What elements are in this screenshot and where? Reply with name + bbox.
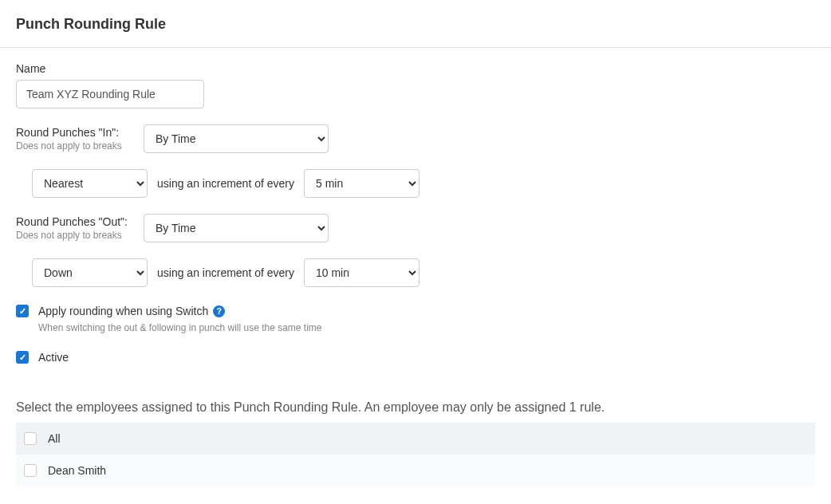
active-checkbox[interactable]: ✓ xyxy=(16,351,29,364)
switch-checkbox[interactable]: ✓ xyxy=(16,305,29,317)
employees-intro: Select the employees assigned to this Pu… xyxy=(16,400,815,415)
form-container: Name Round Punches "In": Does not apply … xyxy=(0,48,831,486)
employees-all-label: All xyxy=(48,432,61,445)
round-in-mode-select[interactable]: By Time xyxy=(144,124,329,153)
switch-checkbox-label: Apply rounding when using Switch xyxy=(38,305,208,317)
round-out-increment-select[interactable]: 10 min xyxy=(304,258,419,287)
round-out-increment-text: using an increment of every xyxy=(157,266,294,279)
switch-checkbox-row: ✓ Apply rounding when using Switch ? xyxy=(16,305,815,317)
round-out-direction-select[interactable]: Down xyxy=(32,258,148,287)
round-in-row: Round Punches "In": Does not apply to br… xyxy=(16,124,815,153)
switch-label-line: Apply rounding when using Switch ? xyxy=(38,305,225,317)
round-in-increment-text: using an increment of every xyxy=(157,177,294,190)
round-out-label: Round Punches "Out": xyxy=(16,215,134,228)
active-checkbox-row: ✓ Active xyxy=(16,351,815,364)
round-in-detail-row: Nearest using an increment of every 5 mi… xyxy=(32,169,815,198)
employee-name: Dean Smith xyxy=(48,464,106,477)
name-label: Name xyxy=(16,62,815,75)
help-icon[interactable]: ? xyxy=(213,305,225,317)
round-in-increment-select[interactable]: 5 min xyxy=(304,169,419,198)
round-in-sub: Does not apply to breaks xyxy=(16,140,134,152)
round-in-label-block: Round Punches "In": Does not apply to br… xyxy=(16,126,134,152)
active-checkbox-label: Active xyxy=(38,351,69,364)
employees-all-checkbox[interactable] xyxy=(24,432,37,445)
page-title: Punch Rounding Rule xyxy=(0,0,831,47)
round-in-label: Round Punches "In": xyxy=(16,126,134,139)
round-out-sub: Does not apply to breaks xyxy=(16,230,134,241)
switch-helper-text: When switching the out & following in pu… xyxy=(38,322,815,333)
round-in-direction-select[interactable]: Nearest xyxy=(32,169,148,198)
round-out-row: Round Punches "Out": Does not apply to b… xyxy=(16,214,815,242)
employees-list: All Dean Smith xyxy=(16,423,815,486)
name-input[interactable] xyxy=(16,80,204,108)
round-out-label-block: Round Punches "Out": Does not apply to b… xyxy=(16,215,134,241)
round-out-detail-row: Down using an increment of every 10 min xyxy=(32,258,815,287)
employees-all-row: All xyxy=(16,423,815,455)
employee-row: Dean Smith xyxy=(16,455,815,486)
round-out-mode-select[interactable]: By Time xyxy=(144,214,329,242)
employee-checkbox[interactable] xyxy=(24,464,37,477)
